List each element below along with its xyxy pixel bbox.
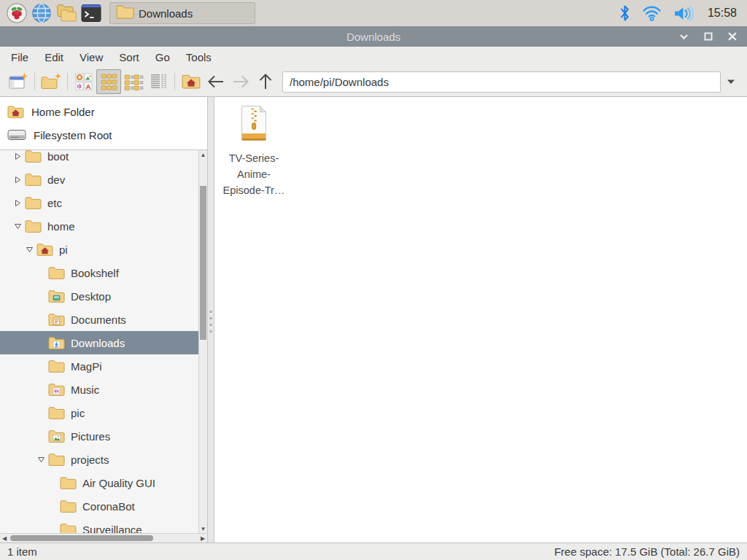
horizontal-scrollbar[interactable]: ◀ ▶ bbox=[0, 533, 207, 542]
folder-icon bbox=[48, 406, 65, 420]
tree-item-label: home bbox=[47, 220, 75, 233]
thumbnail-view-button[interactable]: A bbox=[71, 69, 96, 94]
folder-icon bbox=[25, 173, 42, 187]
tree-item-label: boot bbox=[47, 150, 69, 163]
folder-desktop-icon bbox=[48, 289, 65, 303]
tree-item-downloads[interactable]: Downloads bbox=[0, 331, 198, 354]
tree-item-home[interactable]: home bbox=[0, 214, 198, 238]
tree-item-dev[interactable]: dev bbox=[0, 168, 198, 191]
file-item-tv-series-anime-episode-tr[interactable]: TV-Series-Anime-Episode-Tr… bbox=[217, 105, 291, 198]
statusbar: 1 item Free space: 17.5 GiB (Total: 26.7… bbox=[0, 542, 747, 560]
tree-item-desktop[interactable]: Desktop bbox=[0, 284, 198, 308]
place-label: Home Folder bbox=[31, 106, 95, 118]
tree-item-pi[interactable]: pi bbox=[0, 238, 198, 261]
tree-item-label: pi bbox=[59, 244, 68, 256]
detailed-view-button[interactable] bbox=[146, 69, 171, 94]
back-button[interactable] bbox=[204, 69, 228, 94]
directory-tree: bootdevetchomepiBookshelfDesktopDocument… bbox=[0, 150, 214, 542]
menu-edit[interactable]: Edit bbox=[36, 51, 71, 63]
bluetooth-icon[interactable] bbox=[619, 4, 630, 22]
tree-item-coronabot[interactable]: CoronaBot bbox=[0, 494, 198, 518]
home-button[interactable] bbox=[179, 69, 204, 94]
scroll-up-arrow[interactable]: ▲ bbox=[199, 150, 207, 159]
path-input[interactable] bbox=[282, 71, 721, 93]
taskbar-task-downloads[interactable]: Downloads bbox=[109, 2, 255, 24]
expander-expanded-icon[interactable] bbox=[35, 456, 47, 463]
folder-icon bbox=[25, 150, 42, 163]
pane-splitter[interactable] bbox=[207, 97, 214, 542]
menu-file[interactable]: File bbox=[3, 51, 36, 63]
folder-home-icon bbox=[36, 243, 53, 257]
forward-button[interactable] bbox=[228, 69, 253, 94]
tree-item-documents[interactable]: Documents bbox=[0, 308, 198, 331]
new-window-button[interactable] bbox=[6, 69, 31, 94]
folder-icon bbox=[116, 4, 134, 22]
folder-icon bbox=[48, 359, 65, 373]
raspberry-menu-icon[interactable] bbox=[4, 1, 29, 25]
content-area: Home FolderFilesystem Root bootdevetchom… bbox=[0, 97, 747, 542]
icon-view-button[interactable] bbox=[96, 69, 121, 94]
scroll-right-arrow[interactable]: ▶ bbox=[198, 534, 207, 542]
menu-sort[interactable]: Sort bbox=[111, 51, 147, 63]
tree-item-music[interactable]: Music bbox=[0, 378, 198, 401]
separator bbox=[67, 73, 68, 90]
window-titlebar[interactable]: Downloads bbox=[0, 26, 747, 47]
maximize-button[interactable] bbox=[704, 32, 713, 41]
scroll-left-arrow[interactable]: ◀ bbox=[0, 534, 9, 542]
zip-file-icon bbox=[239, 105, 269, 144]
tree-item-etc[interactable]: etc bbox=[0, 191, 198, 214]
minimize-button[interactable] bbox=[679, 34, 689, 40]
tree-item-label: Downloads bbox=[71, 337, 125, 349]
separator bbox=[34, 73, 35, 90]
path-dropdown-button[interactable] bbox=[721, 69, 741, 94]
file-name: TV-Series-Anime-Episode-Tr… bbox=[223, 150, 285, 198]
expander-collapsed-icon[interactable] bbox=[12, 176, 23, 184]
tree-item-label: Music bbox=[71, 384, 99, 396]
folder-downloads-icon bbox=[48, 336, 65, 350]
tree-item-label: Desktop bbox=[71, 290, 111, 303]
menu-tools[interactable]: Tools bbox=[178, 51, 220, 63]
vertical-scrollbar[interactable]: ▲ ▼ bbox=[198, 150, 207, 533]
tree-item-projects[interactable]: projects bbox=[0, 448, 198, 471]
tree-item-label: MagPi bbox=[71, 360, 102, 373]
file-manager-icon[interactable] bbox=[54, 1, 79, 25]
tree-item-magpi[interactable]: MagPi bbox=[0, 354, 198, 378]
taskbar: Downloads 15:58 bbox=[0, 0, 747, 26]
tree-item-boot[interactable]: boot bbox=[0, 150, 198, 168]
drive-icon bbox=[7, 128, 26, 142]
window-title: Downloads bbox=[0, 31, 747, 43]
terminal-icon[interactable] bbox=[79, 1, 104, 25]
compact-view-button[interactable] bbox=[121, 69, 146, 94]
place-item-filesystem-root[interactable]: Filesystem Root bbox=[0, 123, 214, 147]
up-button[interactable] bbox=[253, 69, 278, 94]
tree-item-pictures[interactable]: Pictures bbox=[0, 424, 198, 448]
new-folder-button[interactable] bbox=[39, 69, 63, 94]
tree-item-air-quality-gui[interactable]: Air Quality GUI bbox=[0, 471, 198, 494]
vertical-scrollbar-thumb[interactable] bbox=[200, 186, 206, 340]
task-button-label: Downloads bbox=[139, 7, 193, 20]
expander-collapsed-icon[interactable] bbox=[12, 152, 23, 160]
expander-collapsed-icon[interactable] bbox=[12, 199, 23, 207]
close-button[interactable] bbox=[728, 32, 737, 41]
folder-icon bbox=[48, 453, 65, 467]
menu-go[interactable]: Go bbox=[147, 51, 178, 63]
place-item-home-folder[interactable]: Home Folder bbox=[0, 100, 214, 123]
horizontal-scrollbar-thumb[interactable] bbox=[10, 535, 153, 541]
web-browser-icon[interactable] bbox=[29, 1, 54, 25]
wifi-icon[interactable] bbox=[642, 5, 662, 21]
expander-expanded-icon[interactable] bbox=[23, 246, 35, 253]
tree-item-pic[interactable]: pic bbox=[0, 401, 198, 424]
volume-icon[interactable] bbox=[673, 5, 696, 22]
launcher-area bbox=[4, 1, 104, 25]
file-view[interactable]: TV-Series-Anime-Episode-Tr… bbox=[214, 97, 747, 542]
menu-view[interactable]: View bbox=[71, 51, 111, 63]
expander-expanded-icon[interactable] bbox=[12, 223, 23, 230]
tree-item-label: Air Quality GUI bbox=[82, 477, 155, 489]
clock[interactable]: 15:58 bbox=[708, 7, 737, 20]
item-count: 1 item bbox=[7, 545, 37, 558]
tree-item-label: projects bbox=[71, 454, 109, 466]
sidebar: Home FolderFilesystem Root bootdevetchom… bbox=[0, 97, 214, 542]
tree-item-bookshelf[interactable]: Bookshelf bbox=[0, 261, 198, 284]
scroll-down-arrow[interactable]: ▼ bbox=[199, 524, 207, 533]
folder-documents-icon bbox=[48, 313, 65, 327]
